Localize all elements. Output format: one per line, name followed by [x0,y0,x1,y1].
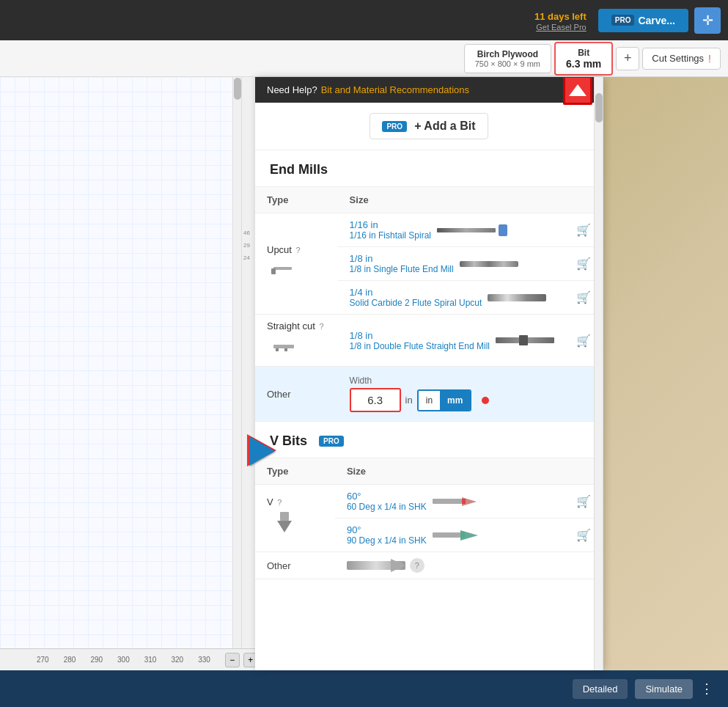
ruler-num: 280 [64,656,76,664]
unit-mm-button[interactable]: mm [440,391,470,410]
add-bit-row: PRO + Add a Bit [255,103,603,150]
panel-scroll-thumb[interactable] [595,93,603,122]
pro-badge: PRO [382,121,407,132]
svg-rect-3 [276,348,279,351]
straight-help-icon[interactable]: ? [319,322,323,331]
bit-14-carbide-link[interactable]: Solid Carbide 2 Flute Spiral Upcut [350,298,482,308]
pro-badge: PRO [611,15,635,26]
bit-size: 6.3 mm [566,58,601,70]
type-col-header: Type [255,187,338,213]
bit-panel: Need Help? Bit and Material Recommendati… [255,77,603,670]
need-help-text: Need Help? [267,84,317,95]
unit-in-button[interactable]: in [419,391,440,410]
upcut-label: Upcut ? [267,244,326,255]
svg-rect-7 [433,499,462,504]
v-type-cell: V ? [255,485,335,552]
table-header-row: Type Size [255,458,603,485]
type-cell-straight: Straight cut ? [255,315,338,367]
cart-v60-icon[interactable]: 🛒 [576,494,591,508]
crosshair-icon: ✛ [702,12,713,29]
end-mills-table: Type Size Upcut ? [255,187,603,422]
bit-straight-18-link[interactable]: 1/8 in [350,330,490,341]
add-bit-label: + Add a Bit [414,120,475,133]
help-bar: Need Help? Bit and Material Recommendati… [255,77,603,103]
table-row: Straight cut ? 1/8 in [255,315,603,367]
crosshair-button[interactable]: ✛ [694,7,721,34]
bit-tab[interactable]: Bit 6.3 mm [554,42,613,76]
bit-size-18-link[interactable]: 1/8 in [350,253,454,264]
v-size-60-cell: 60° 60 Deg x 1/4 in SHK 🛒 [335,485,603,519]
top-bar: 11 days left Get Easel Pro PRO Carve... … [0,0,728,40]
ruler-num: 290 [90,656,103,664]
svg-rect-0 [273,267,292,270]
size-col-header: Size [338,187,603,213]
ruler-mark: 46 [242,224,256,236]
other-v-help-icon[interactable]: ? [410,558,424,573]
v-other-size-cell: ? [335,552,603,579]
carve-button[interactable]: PRO Carve... [598,9,688,32]
end-mills-section: End Mills Type Size Upcut ? [255,150,603,422]
second-bar: Birch Plywood 750 × 800 × 9 mm Bit 6.3 m… [0,40,728,77]
svg-rect-4 [284,348,287,351]
size-cell: 1/4 in Solid Carbide 2 Flute Spiral Upcu… [338,281,603,315]
bit-size-116-link[interactable]: 1/16 in [350,219,431,230]
bit-size-14-link[interactable]: 1/4 in [350,287,482,298]
bit-straight-18-name-link[interactable]: 1/8 in Double Flute Straight End Mill [350,341,490,351]
days-left-text: 11 days left [534,11,587,22]
size-cell: 1/16 in 1/16 in Fishtail Spiral 🛒 [338,213,603,247]
end-mills-title: End Mills [270,162,328,177]
type-cell-upcut: Upcut ? [255,213,338,315]
other-type-cell: Other [255,367,338,422]
simulate-button[interactable]: Simulate [635,679,693,699]
warning-icon: ! [708,53,711,65]
upcut-help-icon[interactable]: ? [296,246,301,254]
canvas-area: › ··· ‹ 46 29 24 [0,77,257,670]
ruler-marks: 46 29 24 [242,77,256,261]
unit-in-label: in [405,395,413,406]
v-bits-header: V Bits PRO [255,422,603,458]
v-90-size-link[interactable]: 90° [347,524,427,535]
detailed-button[interactable]: Detailed [573,679,628,699]
add-bit-button[interactable]: PRO + Add a Bit [369,113,488,139]
v-90-name-link[interactable]: 90 Deg x 1/4 in SHK [347,535,427,546]
material-tab[interactable]: Birch Plywood 750 × 800 × 9 mm [464,44,551,73]
upcut-icon [270,260,299,282]
panel-scroll-track[interactable] [594,77,603,670]
more-options-button[interactable]: ⋮ [700,681,713,697]
days-left-area: 11 days left Get Easel Pro [534,10,587,32]
cut-settings-button[interactable]: Cut Settings ! [642,48,721,70]
v-other-label: Other [267,560,291,571]
cart-straight-icon[interactable]: 🛒 [576,334,591,348]
svg-rect-2 [273,345,294,348]
cart-14-icon[interactable]: 🛒 [576,290,591,304]
cart-18-icon[interactable]: 🛒 [576,257,591,271]
collapse-panel-button[interactable] [563,77,592,105]
cart-116-icon[interactable]: 🛒 [576,223,591,237]
cart-v90-icon[interactable]: 🛒 [576,528,591,542]
bottom-bar: Detailed Simulate ⋮ [0,670,728,707]
bit-recommendations-link[interactable]: Bit and Material Recommendations [321,84,469,95]
v-help-icon[interactable]: ? [277,498,282,507]
other-size-cell: Width in in mm [338,367,603,422]
v-60-name-link[interactable]: 60 Deg x 1/4 in SHK [347,502,427,512]
bit-116-fishtail-link[interactable]: 1/16 in Fishtail Spiral [350,230,431,241]
cut-settings-label: Cut Settings [652,53,704,64]
v-label: V ? [267,497,323,508]
v-60-size-link[interactable]: 60° [347,491,427,502]
add-tab-button[interactable]: + [616,47,639,70]
zoom-out-button[interactable]: − [225,653,240,667]
other-endmill-row: Other Width in in mm [255,367,603,422]
get-easel-link[interactable]: Get Easel Pro [534,23,587,32]
svg-rect-5 [280,512,289,521]
right-arrow-icon [249,436,275,466]
up-arrow-icon [569,84,587,96]
delete-other-button[interactable] [482,397,489,404]
v-bits-table: Type Size V ? [255,458,603,579]
v-bits-section: V Bits PRO Type Size V ? [255,422,603,579]
scroll-thumb[interactable] [234,78,241,100]
width-label: Width [350,376,591,386]
unit-group: in mm [417,389,472,411]
scroll-track[interactable] [232,77,241,670]
width-input[interactable] [350,388,401,412]
bit-18-singleflute-link[interactable]: 1/8 in Single Flute End Mill [350,264,454,274]
